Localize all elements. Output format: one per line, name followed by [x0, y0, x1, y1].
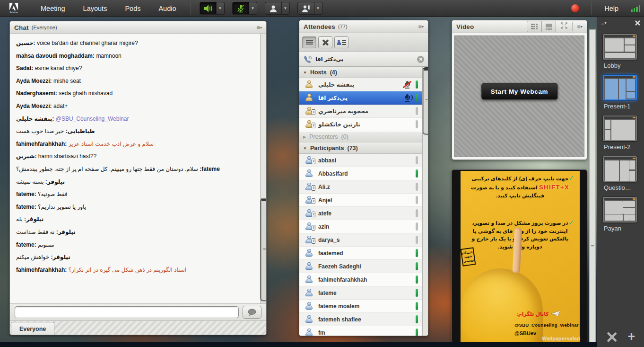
attendee-row[interactable]: fatemeh shafiee [299, 313, 422, 326]
attendee-avatar-icon [305, 249, 314, 257]
layout-label: Questio… [604, 184, 638, 191]
video-pod: Video [452, 20, 587, 160]
connection-status-bar [416, 94, 418, 102]
layout-item[interactable]: Lobby [603, 34, 638, 69]
attendee-row[interactable]: Anjel [299, 194, 422, 207]
layout-thumbnail[interactable] [603, 75, 637, 100]
attendees-scrollbar-thumb[interactable] [423, 68, 428, 134]
connection-status-bar [416, 276, 418, 284]
attendee-row[interactable]: Abbasifard [299, 167, 422, 180]
chat-message-text: سلام و عرض ادب خدمت استاد عزیز [69, 141, 154, 147]
chat-message-text: استاد الگوریتم در ذهن شکل می گیره در اثر… [69, 267, 186, 273]
raise-hand-control: ▼ [297, 2, 322, 15]
participants-expand-icon[interactable]: ▼ [303, 146, 307, 151]
chat-messages[interactable]: حسینvoice ba'dan dar channel gharar migi… [10, 34, 260, 303]
connection-status-bar [416, 120, 418, 128]
chat-input[interactable] [15, 306, 239, 318]
hosts-expand-icon[interactable]: ▼ [303, 71, 307, 75]
chat-message: نیلوفرنه فقط صداست [16, 229, 255, 236]
filmstrip-view-button[interactable] [541, 21, 556, 32]
attendee-row[interactable]: Faezeh Sadeghi [299, 260, 422, 273]
attendee-row[interactable]: fm [299, 326, 422, 336]
layout-item[interactable]: Questio… [603, 156, 638, 191]
add-layout-button[interactable]: + [628, 330, 635, 343]
participants-section-header[interactable]: ▼ Participants (73) [299, 142, 422, 154]
attendee-row[interactable]: darya_s [299, 233, 422, 247]
raise-hand-button[interactable] [297, 2, 314, 15]
send-message-button[interactable] [243, 306, 261, 319]
presenters-expand-icon[interactable]: ▶ [303, 135, 306, 139]
hosts-section-header[interactable]: ▼ Hosts (4) [299, 67, 422, 78]
tab-everyone[interactable]: Everyone [11, 322, 54, 335]
video-pod-menu-icon[interactable]: ≡▾ [577, 24, 583, 30]
layouts-menu-icon[interactable]: ≡▾ [601, 19, 607, 27]
video-pod-title: Video [456, 23, 474, 30]
menu-meeting[interactable]: Meeting [41, 5, 65, 12]
layout-item[interactable]: Present-1 [603, 75, 638, 110]
chat-message-author: fahimehfarahkhah [16, 141, 69, 147]
attendees-scrollbar[interactable] [422, 67, 428, 336]
chat-pod-menu-icon[interactable]: ≡▾ [256, 25, 262, 31]
grid-view-button[interactable] [527, 21, 541, 32]
microphone-button[interactable] [232, 2, 249, 15]
menu-audio[interactable]: Audio [158, 5, 176, 12]
chat-message: fatemeپاور یا تصویر نداریم؟ [16, 204, 255, 211]
attendee-row[interactable]: atefe [299, 207, 422, 220]
chat-message: Ayda Moezzimishe seat [16, 78, 255, 85]
layout-thumbnail[interactable] [603, 156, 637, 182]
list-view-button[interactable] [302, 36, 316, 48]
attendee-row[interactable]: azin [299, 220, 422, 233]
fullscreen-button[interactable] [560, 22, 568, 31]
help-menu[interactable]: Help [604, 5, 618, 12]
connection-status-bar [416, 222, 418, 231]
attendee-row[interactable]: نازنین خانکشلو [299, 118, 422, 131]
stage-scrollbar[interactable] [589, 29, 596, 342]
dismiss-speaker-button[interactable] [417, 56, 424, 63]
status-view-button[interactable] [334, 36, 348, 48]
attendee-row[interactable]: Ali.z [299, 180, 422, 194]
chat-scrollbar-thumb[interactable] [261, 198, 267, 301]
active-speaker-name: یی‌دکتر اقا [315, 56, 343, 62]
breakout-view-button[interactable] [318, 36, 332, 48]
speaker-dropdown[interactable]: ▼ [217, 2, 225, 15]
menu-layouts[interactable]: Layouts [83, 5, 107, 12]
manage-layouts-tools-icon[interactable] [606, 332, 618, 342]
presenters-section-header[interactable]: ▶ Presenters (0) [299, 131, 422, 142]
chat-message: شیرینhamn shartisazi hast?? [16, 153, 255, 160]
layout-item[interactable]: Present-2 [603, 116, 638, 151]
layout-thumbnail[interactable] [603, 116, 637, 141]
layout-thumbnail[interactable] [603, 197, 637, 222]
university-stamp: دانشگاه شهید بهشتی [461, 247, 476, 267]
microphone-dropdown[interactable]: ▼ [249, 2, 257, 15]
webcam-button[interactable] [265, 2, 282, 15]
attendee-row[interactable]: faatemed [299, 247, 422, 260]
chat-message: طباطباییخیر صدا خوب هست [16, 128, 255, 135]
close-icon[interactable] [635, 20, 640, 26]
start-webcam-button[interactable]: Start My Webcam [481, 83, 557, 100]
webcam-dropdown[interactable]: ▼ [282, 2, 290, 15]
attendees-list[interactable]: ▼ Hosts (4) بنفشه خليلي [299, 67, 422, 336]
attendee-row[interactable]: fahimehfarahkhah [299, 273, 422, 286]
chat-scrollbar[interactable] [260, 34, 266, 303]
share-pod: ✓ جهت تایپ حرف (ی) از کلیدهای ترکیبی SHI… [452, 169, 587, 343]
speaker-button[interactable] [200, 2, 217, 15]
connection-status-bar [416, 315, 418, 323]
chat-message-author: fateme [16, 204, 38, 210]
attendee-row[interactable]: fateme [299, 286, 422, 300]
adobe-logo-icon [8, 3, 19, 10]
attendees-pod-menu-icon[interactable]: ≡▾ [418, 24, 424, 30]
chat-message-text: ممنونم [38, 241, 54, 248]
recording-indicator[interactable] [571, 4, 579, 12]
attendee-row[interactable]: fateme moalem [299, 300, 422, 313]
attendee-row[interactable]: بنفشه خليلي [299, 78, 422, 91]
attendee-row[interactable]: محجوبه میرناصري [299, 105, 422, 118]
video-view-toggle [527, 21, 556, 32]
attendee-row[interactable]: abbasi [299, 154, 422, 167]
raise-hand-dropdown[interactable]: ▼ [314, 2, 322, 15]
chat-message: fahimehfarahkhahاستاد الگوریتم در ذهن شک… [16, 267, 255, 274]
chat-message-text: mishe seat [53, 78, 81, 84]
attendee-row[interactable]: یی‌دکتر اقا [299, 91, 422, 105]
menu-pods[interactable]: Pods [125, 5, 140, 12]
layout-thumbnail[interactable] [603, 34, 637, 60]
layout-item[interactable]: Payan [603, 197, 638, 232]
